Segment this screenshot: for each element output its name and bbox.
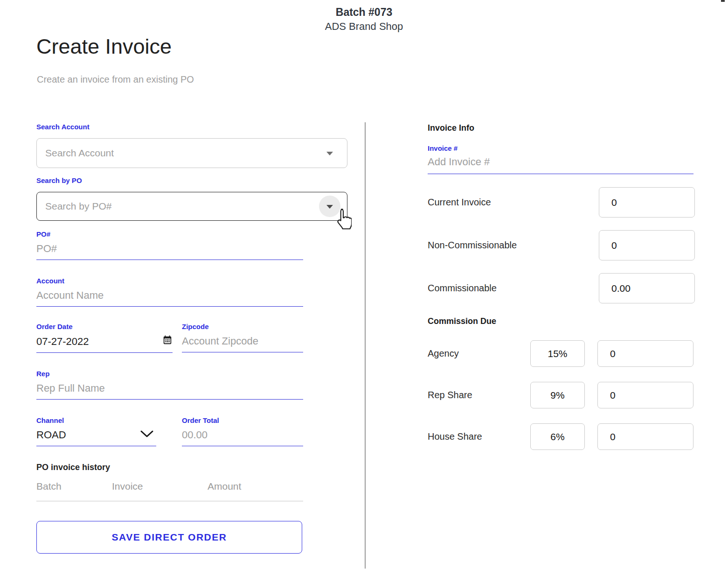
non-commissionable-row: Non-Commissionable 0 <box>428 230 695 260</box>
current-invoice-value: 0 <box>599 197 617 208</box>
commissionable-value: 0.00 <box>599 283 631 294</box>
agency-amount-input[interactable]: 0 <box>597 340 693 367</box>
chevron-down-icon <box>326 202 333 211</box>
house-share-percent-value: 6% <box>550 431 564 443</box>
invoice-number-label: Invoice # <box>428 144 695 153</box>
agency-percent-input[interactable]: 15% <box>530 340 585 367</box>
save-direct-order-button[interactable]: SAVE DIRECT ORDER <box>36 521 302 554</box>
order-date-input[interactable]: 07-27-2022 <box>36 335 173 353</box>
search-account-label: Search Account <box>36 123 347 131</box>
order-date-value: 07-27-2022 <box>36 335 162 348</box>
order-form: Search Account Search Account Search by … <box>36 120 347 554</box>
current-invoice-label: Current Invoice <box>428 197 599 208</box>
house-share-percent-input[interactable]: 6% <box>530 423 585 450</box>
rep-share-amount-value: 0 <box>598 390 616 401</box>
page-subtitle: Create an invoice from an existing PO <box>37 74 194 85</box>
agency-percent-value: 15% <box>548 348 567 359</box>
chevron-down-icon <box>326 149 333 157</box>
house-share-amount-value: 0 <box>598 431 616 443</box>
commissionable-row: Commissionable 0.00 <box>428 273 695 303</box>
search-account-select[interactable]: Search Account <box>36 138 347 168</box>
rep-share-percent-input[interactable]: 9% <box>530 382 585 408</box>
save-direct-order-label: SAVE DIRECT ORDER <box>112 532 227 543</box>
search-po-dropdown-button[interactable] <box>319 196 340 217</box>
history-col-batch: Batch <box>36 481 112 492</box>
rep-input[interactable]: Rep Full Name <box>36 382 303 400</box>
invoice-number-placeholder: Add Invoice # <box>428 155 693 169</box>
zipcode-input[interactable]: Account Zipcode <box>182 335 303 352</box>
commissionable-input[interactable]: 0.00 <box>599 273 695 303</box>
search-account-placeholder: Search Account <box>37 148 319 159</box>
invoice-info-title: Invoice Info <box>428 120 695 133</box>
page-header: Batch #073 ADS Brand Shop <box>0 6 728 33</box>
account-name-input[interactable]: Account Name <box>36 289 303 307</box>
history-col-invoice: Invoice <box>112 481 208 492</box>
page-title: Create Invoice <box>36 35 172 59</box>
zipcode-label: Zipcode <box>182 323 303 331</box>
current-invoice-input[interactable]: 0 <box>599 187 695 218</box>
search-po-placeholder: Search by PO# <box>37 201 319 212</box>
chevron-down-icon[interactable] <box>139 429 154 442</box>
commissionable-label: Commissionable <box>428 283 599 294</box>
search-account-dropdown-button[interactable] <box>319 142 340 164</box>
search-po-label: Search by PO <box>36 176 347 185</box>
rep-label: Rep <box>36 370 347 378</box>
invoice-number-input[interactable]: Add Invoice # <box>428 155 693 174</box>
order-total-label: Order Total <box>182 416 303 425</box>
po-number-input[interactable]: PO# <box>36 242 303 260</box>
po-number-placeholder: PO# <box>36 242 303 255</box>
rep-share-percent-value: 9% <box>550 390 564 401</box>
non-commissionable-input[interactable]: 0 <box>599 230 695 260</box>
history-col-amount: Amount <box>208 481 347 492</box>
po-number-label: PO# <box>36 230 347 239</box>
house-share-row: House Share 6% 0 <box>428 423 695 450</box>
po-history-header-row: Batch Invoice Amount <box>36 481 347 492</box>
account-name-placeholder: Account Name <box>36 289 303 302</box>
account-label: Account <box>36 277 347 285</box>
shop-name: ADS Brand Shop <box>0 20 728 33</box>
history-divider <box>36 501 303 501</box>
commission-due-title: Commission Due <box>428 316 695 326</box>
non-commissionable-label: Non-Commissionable <box>428 240 599 251</box>
search-po-select[interactable]: Search by PO# <box>36 192 347 221</box>
rep-placeholder: Rep Full Name <box>36 382 303 395</box>
rep-share-amount-input[interactable]: 0 <box>597 382 693 408</box>
order-total-placeholder: 00.00 <box>182 429 303 442</box>
commission-rows: Agency 15% 0 Rep Share 9% 0 House Share … <box>428 340 695 450</box>
channel-select[interactable]: ROAD <box>36 429 156 446</box>
zipcode-placeholder: Account Zipcode <box>182 335 303 348</box>
po-history-title: PO invoice history <box>36 462 347 472</box>
rep-share-row: Rep Share 9% 0 <box>428 382 695 408</box>
order-date-label: Order Date <box>36 323 173 331</box>
current-invoice-row: Current Invoice 0 <box>428 187 695 218</box>
non-commissionable-value: 0 <box>599 240 617 251</box>
house-share-label: House Share <box>428 431 530 442</box>
invoice-info-panel: Invoice Info Invoice # Add Invoice # Cur… <box>428 120 695 465</box>
channel-value: ROAD <box>36 429 139 442</box>
scrollbar-artifact <box>721 0 725 2</box>
batch-title: Batch #073 <box>0 6 728 19</box>
channel-label: Channel <box>36 416 156 425</box>
rep-share-label: Rep Share <box>428 390 530 400</box>
agency-row: Agency 15% 0 <box>428 340 695 367</box>
agency-label: Agency <box>428 348 530 359</box>
calendar-icon[interactable] <box>162 335 173 348</box>
order-total-input[interactable]: 00.00 <box>182 429 303 446</box>
house-share-amount-input[interactable]: 0 <box>597 423 693 450</box>
agency-amount-value: 0 <box>598 348 616 359</box>
column-divider <box>365 122 366 569</box>
invoice-totals: Current Invoice 0 Non-Commissionable 0 C… <box>428 187 695 303</box>
